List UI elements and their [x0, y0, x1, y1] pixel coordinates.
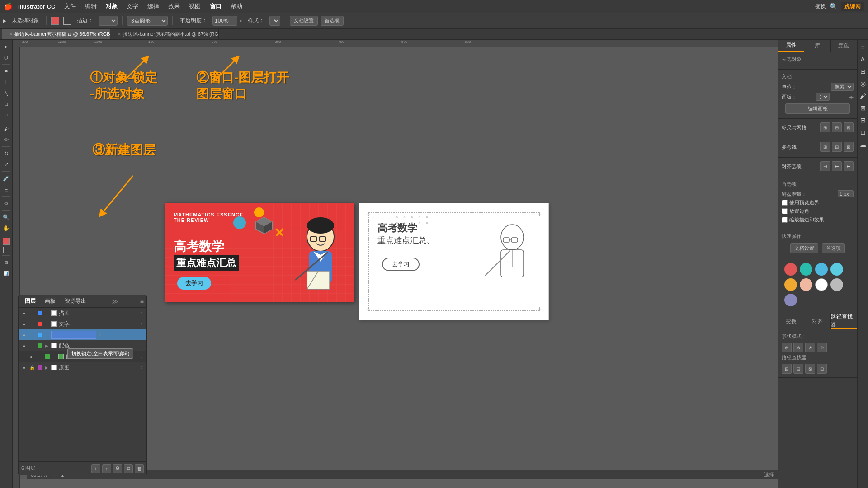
panel-menu-icon[interactable]: ≡: [140, 298, 144, 305]
graph-tool[interactable]: 📊: [1, 268, 11, 278]
style-select[interactable]: [269, 16, 280, 26]
layer-copy-btn[interactable]: ⧉: [124, 464, 133, 473]
tab-1-close[interactable]: ✕: [9, 32, 13, 37]
properties-panel-icon[interactable]: ≡: [858, 42, 868, 52]
layers-tab-artboards[interactable]: 画板: [41, 296, 59, 306]
fill-swatch[interactable]: [3, 238, 10, 245]
panel-tab-color[interactable]: 颜色: [831, 40, 857, 52]
layer-vis-editing[interactable]: ○: [97, 332, 104, 338]
opacity-input[interactable]: [212, 16, 237, 26]
layer-vis-colorsub[interactable]: ○: [138, 353, 145, 360]
preview-bounds-check[interactable]: [782, 200, 788, 206]
edit-artboard-btn[interactable]: 编辑画板: [785, 103, 850, 114]
fx-icon[interactable]: ⊟: [858, 115, 868, 126]
menu-view[interactable]: 视图: [185, 1, 204, 11]
layer-row-draw[interactable]: ● 描画 ○: [19, 308, 146, 319]
quick-prefs-btn[interactable]: 首选项: [822, 243, 845, 253]
scale-stroke-check[interactable]: [782, 217, 788, 223]
brush-tool[interactable]: 🖌: [1, 124, 11, 134]
line-tool[interactable]: ╲: [1, 88, 11, 98]
swatch-cyan[interactable]: [830, 263, 843, 276]
intersect-icon[interactable]: ⊗: [805, 343, 815, 352]
unit-select[interactable]: 像素: [831, 83, 854, 91]
swatch-orange[interactable]: [784, 278, 797, 291]
stroke-color[interactable]: [63, 17, 71, 25]
align-left-icon[interactable]: ⊣: [820, 161, 830, 171]
layer-vis-original[interactable]: ○: [138, 364, 145, 371]
pf4-icon[interactable]: ⊡: [817, 364, 827, 374]
layer-expand-original[interactable]: ▶: [45, 365, 50, 370]
artboard-select[interactable]: 1: [816, 93, 830, 101]
layer-row-text[interactable]: ● 文字 ○: [19, 319, 146, 329]
transform-icon2[interactable]: ⊞: [858, 66, 868, 77]
blend-tool[interactable]: ∞: [1, 198, 11, 208]
search-icon[interactable]: 🔍: [830, 3, 837, 10]
apple-menu[interactable]: 🍎: [4, 2, 13, 11]
rect-tool[interactable]: □: [1, 99, 11, 109]
artboard-arrows[interactable]: ◂▸: [849, 94, 854, 99]
eyedropper-tool[interactable]: 💉: [1, 174, 11, 183]
preferences-button[interactable]: 首选项: [321, 16, 344, 26]
layer-row-original[interactable]: ● 🔒 ▶ 原图 ○: [19, 362, 146, 373]
layer-eye-text[interactable]: ●: [20, 320, 28, 328]
grid-icon-1[interactable]: ⊞: [820, 122, 830, 132]
shape-select[interactable]: 3点圆形: [127, 16, 168, 26]
symbols-icon[interactable]: ◎: [858, 78, 868, 89]
layers-tab-layers[interactable]: 图层: [21, 296, 39, 306]
panel-collapse-icon[interactable]: ≫: [112, 298, 118, 305]
cc-icon[interactable]: ☁: [858, 139, 868, 150]
nudge-input[interactable]: [838, 190, 854, 197]
swatch-purple[interactable]: [784, 294, 797, 306]
layer-name-input-editing[interactable]: [51, 331, 96, 339]
layer-lock-color[interactable]: [28, 342, 36, 349]
tab-1[interactable]: ✕ 插边风-banner演示精稿.ai @ 66.67% (RGB/GPU 推送…: [2, 29, 110, 39]
zoom-tool[interactable]: 🔍: [1, 212, 11, 222]
grid-icon-2[interactable]: ⊟: [832, 122, 842, 132]
swatch-red[interactable]: [784, 263, 797, 276]
exclude-icon[interactable]: ⊘: [817, 343, 827, 352]
unite-icon[interactable]: ⊕: [782, 343, 792, 352]
hand-tool[interactable]: ✋: [1, 223, 11, 233]
swatch-gray[interactable]: [830, 278, 843, 291]
menu-help[interactable]: 帮助: [227, 1, 246, 11]
layer-lock-draw[interactable]: [28, 310, 36, 317]
layer-expand-color[interactable]: ▶: [45, 343, 50, 348]
guide-icon-3[interactable]: ⊠: [844, 142, 854, 152]
menu-effect[interactable]: 效果: [165, 1, 184, 11]
swatch-white[interactable]: [815, 278, 828, 291]
swatch-teal[interactable]: [800, 263, 812, 276]
pen-tool[interactable]: ✒: [1, 66, 11, 76]
pf2-icon[interactable]: ⊟: [793, 364, 803, 374]
layer-vis-color[interactable]: ○: [138, 343, 145, 349]
layer-move-btn[interactable]: ↑: [102, 464, 111, 473]
swatch-peach[interactable]: [800, 278, 812, 291]
doc-settings-button[interactable]: 文档设置: [290, 16, 318, 26]
ellipse-tool[interactable]: ○: [1, 110, 11, 120]
scale-tool[interactable]: ⤢: [1, 160, 11, 169]
layer-eye-draw[interactable]: ●: [20, 310, 28, 317]
brushes-icon[interactable]: 🖌: [858, 90, 868, 101]
banner-btn[interactable]: 去学习: [177, 277, 211, 290]
menu-object[interactable]: 对象: [102, 1, 121, 11]
direct-selection-tool[interactable]: ⬡: [1, 52, 11, 62]
layer-lock-original[interactable]: 🔒: [28, 364, 36, 371]
layer-vis-draw[interactable]: ○: [138, 310, 145, 316]
tab-2-close[interactable]: ✕: [118, 32, 121, 37]
layer-lock-text[interactable]: [28, 320, 36, 328]
guide-icon-2[interactable]: ⊟: [832, 142, 842, 152]
layer-delete-btn[interactable]: 🗑: [135, 464, 144, 473]
minus-front-icon[interactable]: ⊖: [793, 343, 803, 352]
layer-eye-editing[interactable]: ●: [20, 331, 28, 338]
round-corners-check[interactable]: [782, 208, 788, 214]
align-right-icon[interactable]: ⊢: [844, 161, 854, 171]
grid-icon-3[interactable]: ⊠: [844, 122, 854, 132]
tab-pathfinder[interactable]: 路径查找器: [831, 313, 857, 329]
artboard-navigator[interactable]: ⊞: [1, 258, 11, 267]
layer-settings-btn[interactable]: ⚙: [113, 464, 122, 473]
panel-tab-library[interactable]: 库: [804, 40, 830, 52]
layer-vis-text[interactable]: ○: [138, 321, 145, 327]
gradient-tool[interactable]: ⊟: [1, 184, 11, 194]
type-tool[interactable]: T: [1, 77, 11, 87]
pf3-icon[interactable]: ⊠: [805, 364, 815, 374]
menu-window[interactable]: 窗口: [206, 1, 225, 11]
